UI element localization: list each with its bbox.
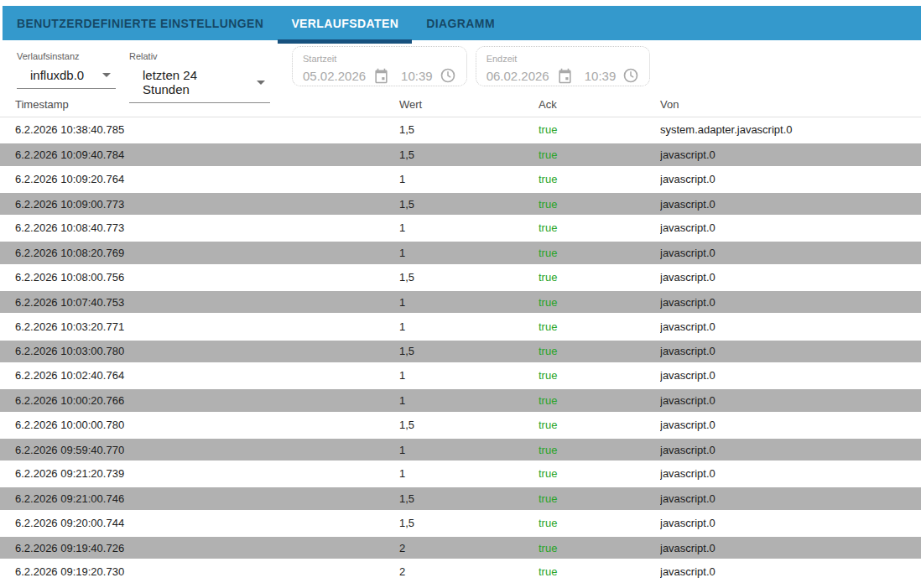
cell-ack: true <box>539 492 660 505</box>
cell-wert: 1 <box>399 467 539 480</box>
table-row: 6.2.2026 10:08:40.7731truejavascript.0 <box>0 216 921 240</box>
end-clock-value: 10:39 <box>585 69 617 83</box>
table-row: 6.2.2026 09:19:40.7262truejavascript.0 <box>0 535 921 559</box>
end-time-label: Endzeit <box>487 54 518 64</box>
history-instance-selected: influxdb.0 <box>30 68 84 82</box>
cell-wert: 1,5 <box>399 345 539 357</box>
cell-ack: true <box>539 419 660 431</box>
cell-timestamp: 6.2.2026 10:02:40.764 <box>0 369 399 382</box>
cell-timestamp: 6.2.2026 10:38:40.785 <box>0 123 399 136</box>
cell-wert: 1,5 <box>399 148 539 161</box>
clock-icon <box>622 67 639 84</box>
cell-wert: 1 <box>399 296 539 309</box>
table-row: 6.2.2026 09:20:00.7441,5truejavascript.0 <box>0 511 921 535</box>
calendar-icon <box>557 68 573 84</box>
cell-ack: true <box>539 247 660 259</box>
cell-von: javascript.0 <box>660 394 921 407</box>
cell-timestamp: 6.2.2026 10:09:00.773 <box>0 198 399 211</box>
cell-ack: true <box>539 148 660 161</box>
cell-wert: 1,5 <box>399 492 539 505</box>
cell-ack: true <box>539 517 660 529</box>
relative-range-selected: letzten 24 Stunden <box>143 68 245 96</box>
start-date-value: 05.02.2026 <box>303 69 366 83</box>
cell-ack: true <box>539 369 660 382</box>
table-row: 6.2.2026 10:00:20.7661truejavascript.0 <box>0 388 921 412</box>
cell-von: javascript.0 <box>660 296 921 309</box>
history-instance-label: Verlaufsinstanz <box>17 51 116 61</box>
tab-chart[interactable]: DIAGRAMM <box>413 6 508 40</box>
history-instance-value[interactable]: influxdb.0 <box>17 67 116 89</box>
cell-von: javascript.0 <box>660 369 921 382</box>
cell-von: javascript.0 <box>660 492 921 505</box>
cell-ack: true <box>539 221 660 234</box>
cell-von: javascript.0 <box>660 542 921 554</box>
cell-ack: true <box>539 320 660 333</box>
cell-timestamp: 6.2.2026 10:07:40.753 <box>0 296 399 309</box>
tab-custom-settings-label: BENUTZERDEFINIERTE EINSTELLUNGEN <box>17 17 263 30</box>
cell-ack: true <box>539 565 660 578</box>
cell-wert: 1 <box>399 369 539 382</box>
tab-history-data[interactable]: VERLAUFSDATEN <box>278 6 412 40</box>
cell-wert: 1 <box>399 221 539 234</box>
cell-timestamp: 6.2.2026 10:09:20.764 <box>0 173 399 185</box>
table-body: 6.2.2026 10:38:40.7851,5truesystem.adapt… <box>0 117 921 585</box>
cell-timestamp: 6.2.2026 10:08:00.756 <box>0 271 399 284</box>
table-row: 6.2.2026 10:08:20.7691truejavascript.0 <box>0 240 921 264</box>
tab-chart-label: DIAGRAMM <box>426 17 495 30</box>
cell-wert: 1,5 <box>399 123 539 136</box>
tab-custom-settings[interactable]: BENUTZERDEFINIERTE EINSTELLUNGEN <box>3 6 277 40</box>
start-time-label: Startzeit <box>303 54 336 64</box>
cell-wert: 1,5 <box>399 198 539 211</box>
cell-wert: 1,5 <box>399 517 539 529</box>
cell-wert: 1 <box>399 320 539 333</box>
cell-ack: true <box>539 123 660 136</box>
start-time-field: Startzeit 05.02.2026 10:39 <box>292 46 467 86</box>
cell-wert: 2 <box>399 542 539 554</box>
arrow-drop-down-icon <box>102 73 111 77</box>
active-tab-indicator <box>278 39 412 44</box>
cell-ack: true <box>539 173 660 185</box>
cell-timestamp: 6.2.2026 10:09:40.784 <box>0 148 399 161</box>
cell-timestamp: 6.2.2026 09:19:40.726 <box>0 542 399 554</box>
filter-controls: Verlaufsinstanz influxdb.0 Relativ letzt… <box>0 40 921 92</box>
cell-timestamp: 6.2.2026 10:03:00.780 <box>0 345 399 357</box>
cell-timestamp: 6.2.2026 10:00:20.766 <box>0 394 399 407</box>
clock-icon <box>440 67 456 84</box>
cell-ack: true <box>539 345 660 357</box>
cell-von: javascript.0 <box>660 198 921 211</box>
arrow-drop-down-icon <box>257 81 265 85</box>
cell-von: javascript.0 <box>660 173 921 185</box>
cell-von: javascript.0 <box>660 419 921 431</box>
cell-ack: true <box>539 394 660 407</box>
cell-ack: true <box>539 296 660 309</box>
end-time-field: Endzeit 06.02.2026 10:39 <box>476 46 651 86</box>
cell-von: javascript.0 <box>660 467 921 480</box>
cell-von: javascript.0 <box>660 517 921 529</box>
cell-wert: 2 <box>399 565 539 578</box>
table-row: 6.2.2026 10:03:20.7711truejavascript.0 <box>0 314 921 338</box>
table-row: 6.2.2026 10:38:40.7851,5truesystem.adapt… <box>0 117 921 142</box>
cell-timestamp: 6.2.2026 09:59:40.770 <box>0 444 399 456</box>
table-row: 6.2.2026 09:19:20.7302truejavascript.0 <box>0 559 921 584</box>
cell-von: javascript.0 <box>660 444 921 456</box>
column-header-wert: Wert <box>399 98 539 111</box>
cell-wert: 1 <box>399 394 539 407</box>
cell-timestamp: 6.2.2026 10:08:40.773 <box>0 221 399 234</box>
table-row: 6.2.2026 10:08:00.7561,5truejavascript.0 <box>0 265 921 289</box>
cell-wert: 1 <box>399 173 539 185</box>
cell-timestamp: 6.2.2026 09:19:20.730 <box>0 565 399 578</box>
tab-bar-wrap: BENUTZERDEFINIERTE EINSTELLUNGEN VERLAUF… <box>0 0 921 40</box>
cell-von: javascript.0 <box>660 565 921 578</box>
calendar-icon <box>373 68 389 84</box>
cell-timestamp: 6.2.2026 10:00:00.780 <box>0 419 399 431</box>
tab-bar: BENUTZERDEFINIERTE EINSTELLUNGEN VERLAUF… <box>3 6 921 40</box>
end-date-value: 06.02.2026 <box>487 69 549 83</box>
history-table: Timestamp Wert Ack Von 6.2.2026 10:38:40… <box>0 92 921 585</box>
cell-ack: true <box>539 271 660 284</box>
cell-timestamp: 6.2.2026 10:08:20.769 <box>0 247 399 259</box>
column-header-timestamp: Timestamp <box>0 98 399 111</box>
cell-von: javascript.0 <box>660 271 921 284</box>
cell-timestamp: 6.2.2026 10:03:20.771 <box>0 320 399 333</box>
cell-ack: true <box>539 444 660 456</box>
relative-range-select: Relativ letzten 24 Stunden <box>129 51 270 103</box>
